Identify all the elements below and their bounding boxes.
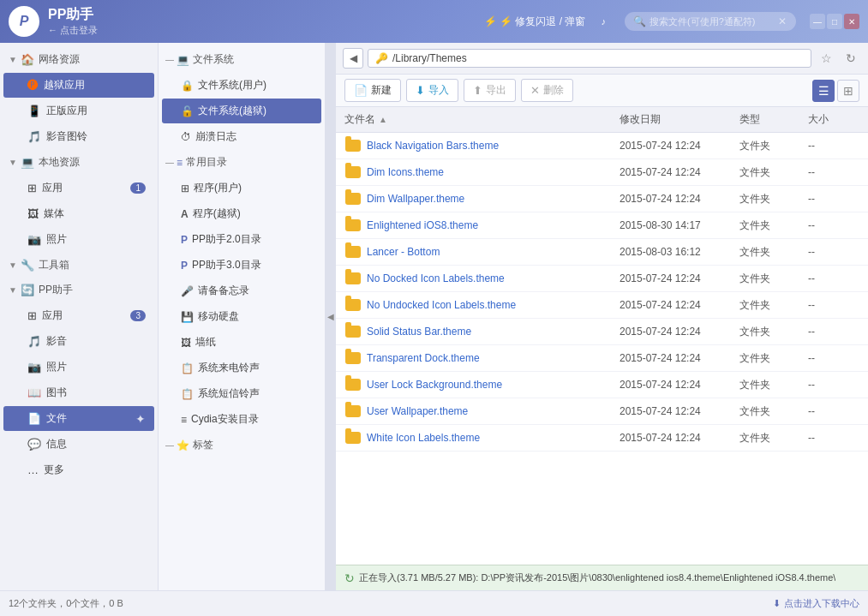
file-toolbar: 📄 新建 ⬇ 导入 ⬆ 导出 ✕ 删除 ☰ ⊞ [336, 75, 868, 107]
mid-item-pp2-dir[interactable]: P PP助手2.0目录 [162, 227, 321, 252]
app-label: 应用 [42, 181, 63, 195]
delete-label: 删除 [543, 83, 564, 98]
table-row[interactable]: Dim Icons.theme 2015-07-24 12:24 文件夹 -- [336, 159, 868, 186]
mid-item-fs-jailbreak[interactable]: 🔓 文件系统(越狱) [162, 99, 321, 123]
list-view-btn[interactable]: ☰ [812, 80, 835, 102]
grid-view-btn[interactable]: ⊞ [837, 80, 859, 102]
search-bar[interactable]: 🔍 ✕ [625, 12, 796, 31]
mid-item-memo[interactable]: 🎤 请备备忘录 [162, 278, 321, 303]
sidebar-item-media[interactable]: 🖼 媒体 [3, 201, 154, 226]
sidebar-section-network[interactable]: ▼ 🏠 网络资源 [0, 47, 158, 72]
app-title-area: PP助手 ← 点击登录 [48, 6, 98, 37]
row-file-size: -- [808, 272, 859, 284]
import-label: 导入 [428, 83, 449, 98]
table-row[interactable]: Transparent Dock.theme 2015-07-24 12:24 … [336, 345, 868, 372]
table-row[interactable]: User Lock Background.theme 2015-07-24 12… [336, 372, 868, 398]
table-row[interactable]: Black Navigation Bars.theme 2015-07-24 1… [336, 133, 868, 159]
search-input[interactable] [650, 16, 778, 27]
mid-item-prog-user[interactable]: ⊞ 程序(用户) [162, 176, 321, 200]
sidebar-section-local[interactable]: ▼ 💻 本地资源 [0, 150, 158, 175]
pp2-icon: P [181, 234, 188, 246]
prog-user-icon: ⊞ [181, 182, 189, 194]
sidebar-item-pp-message[interactable]: 💬 信息 [3, 432, 154, 457]
fix-flash-btn[interactable]: ⚡ ⚡ 修复闪退 / 弹窗 [479, 13, 591, 31]
mid-item-usb[interactable]: 💾 移动硬盘 [162, 304, 321, 329]
table-row[interactable]: No Undocked Icon Labels.theme 2015-07-24… [336, 292, 868, 319]
sidebar-item-pp-file[interactable]: 📄 文件 ✦ [3, 406, 154, 431]
table-row[interactable]: Enlightened iOS8.theme 2015-08-30 14:17 … [336, 212, 868, 239]
mid-item-wallpaper[interactable]: 🖼 墙纸 [162, 330, 321, 355]
table-row[interactable]: Solid Status Bar.theme 2015-07-24 12:24 … [336, 319, 868, 345]
search-clear-icon[interactable]: ✕ [778, 15, 787, 27]
download-center-link[interactable]: ⬇ 点击进入下载中心 [773, 597, 859, 610]
download-icon: ⬇ [773, 598, 781, 609]
refresh-btn[interactable]: ↻ [841, 48, 861, 69]
mid-item-sys-sms[interactable]: 📋 系统短信铃声 [162, 381, 321, 406]
row-file-date: 2015-07-24 12:24 [620, 432, 739, 444]
table-row[interactable]: No Docked Icon Labels.theme 2015-07-24 1… [336, 266, 868, 292]
col-header-date: 修改日期 [620, 112, 739, 127]
table-row[interactable]: Lancer - Bottom 2015-08-03 16:12 文件夹 -- [336, 239, 868, 266]
pp-more-label: 更多 [44, 463, 64, 477]
sidebar-item-jailbreak-app[interactable]: 🅟 越狱应用 [3, 73, 154, 98]
row-file-date: 2015-08-30 14:17 [620, 219, 739, 231]
row-file-date: 2015-07-24 12:24 [620, 405, 739, 417]
table-row[interactable]: User Wallpaper.theme 2015-07-24 12:24 文件… [336, 398, 868, 425]
back-button[interactable]: ◀ [343, 48, 363, 69]
bookmark-btn[interactable]: ☆ [816, 48, 836, 69]
col-header-type: 类型 [739, 112, 808, 127]
pp-more-icon: … [27, 463, 39, 476]
row-file-name: Transparent Dock.theme [367, 352, 620, 364]
local-section-icon: 💻 [21, 156, 34, 169]
table-row[interactable]: Dim Wallpaper.theme 2015-07-24 12:24 文件夹… [336, 186, 868, 212]
delete-icon: ✕ [530, 84, 540, 97]
sidebar-item-pp-more[interactable]: … 更多 [3, 458, 154, 482]
new-button[interactable]: 📄 新建 [344, 79, 401, 102]
mid-section-common[interactable]: — ≡ 常用目录 [159, 150, 325, 175]
row-folder-icon [344, 270, 362, 287]
panel-collapse-btn[interactable]: ◀ [326, 43, 336, 590]
sidebar-item-pp-book[interactable]: 📖 图书 [3, 380, 154, 405]
sidebar-item-official-app[interactable]: 📱 正版应用 [3, 99, 154, 123]
sidebar-item-pp-photo[interactable]: 📷 照片 [3, 355, 154, 380]
pp-file-label: 文件 [46, 411, 67, 426]
sidebar-item-ringtone[interactable]: 🎵 影音图铃 [3, 124, 154, 149]
row-file-date: 2015-07-24 12:24 [620, 352, 739, 364]
network-section-icon: 🏠 [21, 53, 34, 66]
mid-item-fs-log[interactable]: ⏱ 崩溃日志 [162, 124, 321, 149]
import-button[interactable]: ⬇ 导入 [406, 79, 458, 102]
sidebar-item-pp-app[interactable]: ⊞ 应用 3 [3, 303, 154, 328]
pp2-label: PP助手2.0目录 [192, 232, 261, 247]
row-folder-icon [344, 403, 362, 420]
close-button[interactable]: ✕ [844, 14, 859, 29]
row-file-name: White Icon Labels.theme [367, 432, 620, 444]
mid-item-cydia-dir[interactable]: ≡ Cydia安装目录 [162, 407, 321, 432]
minimize-button[interactable]: — [810, 14, 825, 29]
sidebar-item-photo[interactable]: 📷 照片 [3, 227, 154, 252]
memo-icon: 🎤 [181, 285, 194, 297]
mid-item-pp3-dir[interactable]: P PP助手3.0目录 [162, 253, 321, 278]
row-file-name: User Lock Background.theme [367, 379, 620, 391]
sidebar-section-pp[interactable]: ▼ 🔄 PP助手 [0, 278, 158, 302]
jailbreak-app-label: 越狱应用 [44, 78, 85, 93]
sidebar-item-pp-audio[interactable]: 🎵 影音 [3, 329, 154, 354]
prog-jb-label: 程序(越狱) [193, 206, 241, 221]
mid-item-fs-user[interactable]: 🔒 文件系统(用户) [162, 73, 321, 98]
export-button[interactable]: ⬆ 导出 [464, 79, 516, 102]
mid-section-filesystem[interactable]: — 💻 文件系统 [159, 47, 325, 72]
export-icon: ⬆ [473, 84, 482, 97]
table-row[interactable]: White Icon Labels.theme 2015-07-24 12:24… [336, 425, 868, 452]
mid-item-prog-jb[interactable]: A 程序(越狱) [162, 201, 321, 226]
sidebar-item-app[interactable]: ⊞ 应用 1 [3, 176, 154, 200]
row-file-type: 文件夹 [739, 139, 808, 153]
mid-item-sys-ring[interactable]: 📋 系统来电铃声 [162, 356, 321, 380]
sidebar-section-toolbox[interactable]: ▼ 🔧 工具箱 [0, 253, 158, 278]
mid-section-tags[interactable]: — ⭐ 标签 [159, 433, 325, 458]
row-file-type: 文件夹 [739, 165, 808, 180]
col-header-size: 大小 [808, 112, 859, 127]
maximize-button[interactable]: □ [827, 14, 842, 29]
cydia-label: Cydia安装目录 [191, 412, 259, 427]
music-btn[interactable]: ♪ [596, 15, 612, 28]
delete-button[interactable]: ✕ 删除 [521, 79, 573, 102]
addr-path-text: /Library/Themes [392, 52, 467, 64]
